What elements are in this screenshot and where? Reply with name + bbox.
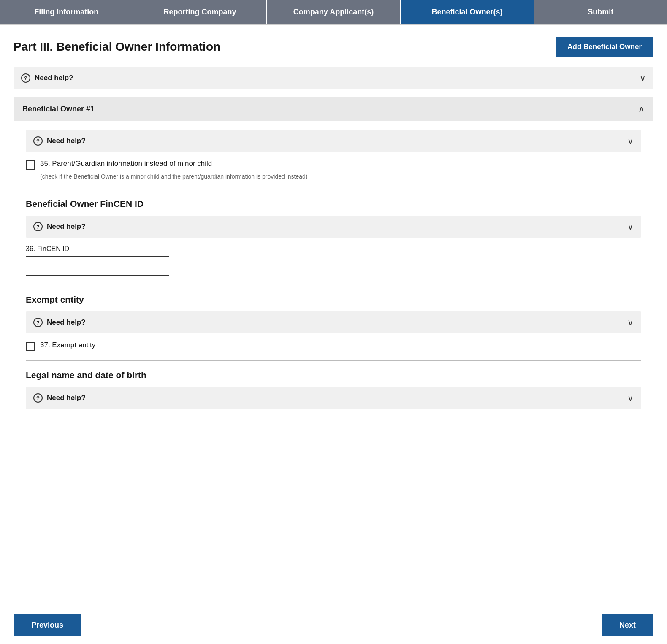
legal-name-section: Legal name and date of birth ? Need help… — [26, 370, 641, 409]
divider-3 — [26, 360, 641, 361]
field-36-container: 36. FinCEN ID — [26, 245, 641, 276]
top-help-label: Need help? — [35, 74, 73, 82]
top-help-icon: ? — [21, 73, 30, 83]
owner-inner-help-chevron: ∨ — [627, 136, 634, 146]
checkbox-37-label: 37. Exempt entity — [40, 341, 95, 349]
top-help-chevron: ∨ — [640, 73, 646, 83]
tab-submit[interactable]: Submit — [534, 0, 667, 24]
fincen-help-label: Need help? — [47, 222, 86, 231]
add-beneficial-owner-button[interactable]: Add Beneficial Owner — [556, 37, 653, 57]
top-help-bar[interactable]: ? Need help? ∨ — [14, 67, 653, 89]
legal-name-help-icon: ? — [33, 393, 43, 403]
footer-nav: Previous Next — [0, 606, 667, 644]
owner-inner-help-bar[interactable]: ? Need help? ∨ — [26, 130, 641, 152]
divider-1 — [26, 189, 641, 189]
checkbox-35[interactable] — [26, 160, 35, 170]
beneficial-owner-1-section: Beneficial Owner #1 ∧ ? Need help? ∨ 35.… — [14, 97, 653, 426]
beneficial-owner-1-chevron: ∧ — [638, 104, 645, 114]
owner-inner-help-label: Need help? — [47, 137, 86, 145]
legal-name-help-chevron: ∨ — [627, 393, 634, 403]
exempt-help-left: ? Need help? — [33, 318, 86, 327]
page-title: Part III. Beneficial Owner Information — [14, 40, 220, 54]
fincen-help-chevron: ∨ — [627, 222, 634, 232]
exempt-entity-title: Exempt entity — [26, 295, 641, 305]
fincen-id-section: Beneficial Owner FinCEN ID ? Need help? … — [26, 199, 641, 276]
page-header: Part III. Beneficial Owner Information A… — [14, 37, 653, 57]
beneficial-owner-1-header[interactable]: Beneficial Owner #1 ∧ — [14, 97, 653, 121]
beneficial-owner-1-title: Beneficial Owner #1 — [22, 105, 95, 114]
exempt-entity-section: Exempt entity ? Need help? ∨ 37. Exempt … — [26, 295, 641, 351]
fincen-help-left: ? Need help? — [33, 222, 86, 231]
fincen-help-icon: ? — [33, 222, 43, 231]
legal-name-help-bar[interactable]: ? Need help? ∨ — [26, 387, 641, 409]
checkbox-35-label: 35. Parent/Guardian information instead … — [40, 160, 212, 168]
exempt-help-chevron: ∨ — [627, 317, 634, 327]
exempt-help-bar[interactable]: ? Need help? ∨ — [26, 311, 641, 333]
previous-button[interactable]: Previous — [14, 614, 81, 636]
tab-beneficial-owners[interactable]: Beneficial Owner(s) — [401, 0, 534, 24]
exempt-help-icon: ? — [33, 318, 43, 327]
legal-name-title: Legal name and date of birth — [26, 370, 641, 380]
beneficial-owner-1-body: ? Need help? ∨ 35. Parent/Guardian infor… — [14, 121, 653, 426]
main-content: Part III. Beneficial Owner Information A… — [0, 25, 667, 644]
legal-name-help-left: ? Need help? — [33, 393, 86, 403]
tab-filing-information[interactable]: Filing Information — [0, 0, 133, 24]
tab-company-applicants[interactable]: Company Applicant(s) — [267, 0, 401, 24]
checkbox-37-row: 37. Exempt entity — [26, 341, 641, 351]
divider-2 — [26, 285, 641, 285]
next-button[interactable]: Next — [602, 614, 653, 636]
checkbox-35-row: 35. Parent/Guardian information instead … — [26, 160, 641, 170]
fincen-help-bar[interactable]: ? Need help? ∨ — [26, 216, 641, 238]
fincen-id-title: Beneficial Owner FinCEN ID — [26, 199, 641, 209]
field-36-label: 36. FinCEN ID — [26, 245, 641, 253]
legal-name-help-label: Need help? — [47, 394, 86, 402]
owner-inner-help-left: ? Need help? — [33, 136, 86, 146]
exempt-help-label: Need help? — [47, 318, 86, 327]
owner-inner-help-icon: ? — [33, 136, 43, 146]
top-help-bar-left: ? Need help? — [21, 73, 73, 83]
checkbox-37[interactable] — [26, 342, 35, 351]
tab-reporting-company[interactable]: Reporting Company — [133, 0, 267, 24]
navigation-tabs: Filing Information Reporting Company Com… — [0, 0, 667, 25]
checkbox-35-hint: (check if the Beneficial Owner is a mino… — [40, 173, 641, 180]
fincen-id-input[interactable] — [26, 256, 169, 276]
